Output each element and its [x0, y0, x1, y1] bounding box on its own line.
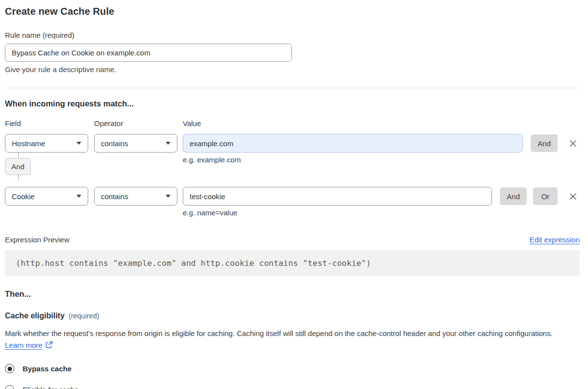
close-icon [569, 139, 577, 148]
or-button[interactable]: Or [533, 187, 558, 205]
condition-row: Cookie contains And Or [5, 187, 580, 206]
edit-expression-link[interactable]: Edit expression [529, 235, 580, 244]
and-button[interactable]: And [500, 187, 527, 205]
learn-more-link[interactable]: Learn more [5, 341, 43, 349]
value-column-label: Value [183, 119, 580, 128]
radio-icon[interactable] [5, 364, 14, 373]
connector-zone: And e.g. example.com [5, 153, 580, 181]
operator-select-value: contains [101, 139, 128, 148]
match-heading: When incoming requests match... [5, 99, 580, 108]
cache-eligibility-description: Mark whether the request’s response from… [5, 328, 569, 352]
remove-condition-button[interactable] [566, 189, 580, 204]
value-input[interactable] [183, 134, 523, 153]
description-text: Mark whether the request’s response from… [5, 329, 553, 337]
expression-header: Expression Preview Edit expression [5, 235, 580, 244]
radio-label: Eligible for cache [23, 386, 78, 389]
radio-label: Bypass cache [23, 364, 72, 373]
condition-column-labels: Field Operator Value [5, 119, 580, 128]
radio-option-eligible-for-cache[interactable]: Eligible for cache [5, 385, 580, 389]
radio-icon[interactable] [5, 385, 14, 389]
then-heading: Then... [5, 289, 580, 299]
operator-select[interactable]: contains [94, 187, 177, 206]
expression-code: (http.host contains "example.com" and ht… [5, 250, 580, 276]
operator-select-value: contains [101, 192, 128, 201]
chevron-down-icon [166, 195, 171, 198]
chevron-down-icon [76, 142, 81, 145]
close-icon [569, 192, 577, 201]
section-divider [5, 88, 580, 88]
field-select-value: Cookie [12, 192, 35, 201]
rule-name-label: Rule name (required) [5, 31, 580, 39]
remove-condition-button[interactable] [566, 136, 580, 151]
condition-row: Hostname contains And [5, 134, 580, 153]
cache-eligibility-heading: Cache eligibility [5, 311, 65, 320]
external-link-icon [45, 340, 53, 352]
radio-option-bypass-cache[interactable]: Bypass cache [5, 364, 580, 373]
expression-preview-label: Expression Preview [5, 235, 70, 244]
field-select[interactable]: Hostname [5, 134, 88, 153]
create-cache-rule-page: Create new Cache Rule Rule name (require… [0, 0, 588, 389]
chevron-down-icon [166, 142, 171, 145]
value-hint: e.g. example.com [183, 156, 241, 164]
rule-name-input[interactable] [5, 44, 292, 62]
cache-eligibility-heading-row: Cache eligibility (required) [5, 311, 580, 320]
value-input[interactable] [183, 187, 492, 206]
and-button[interactable]: And [531, 134, 558, 152]
rule-name-help: Give your rule a descriptive name. [5, 65, 580, 74]
field-column-label: Field [5, 119, 88, 128]
operator-select[interactable]: contains [94, 134, 177, 153]
operator-column-label: Operator [94, 119, 177, 128]
value-hint: e.g. name=value [183, 208, 580, 217]
required-note: (required) [69, 312, 99, 320]
field-select[interactable]: Cookie [5, 187, 88, 206]
cache-eligibility-options: Bypass cache Eligible for cache [5, 364, 580, 389]
field-select-value: Hostname [12, 139, 45, 148]
chevron-down-icon [76, 195, 81, 198]
and-connector-button[interactable]: And [5, 158, 31, 175]
page-title: Create new Cache Rule [5, 6, 580, 17]
